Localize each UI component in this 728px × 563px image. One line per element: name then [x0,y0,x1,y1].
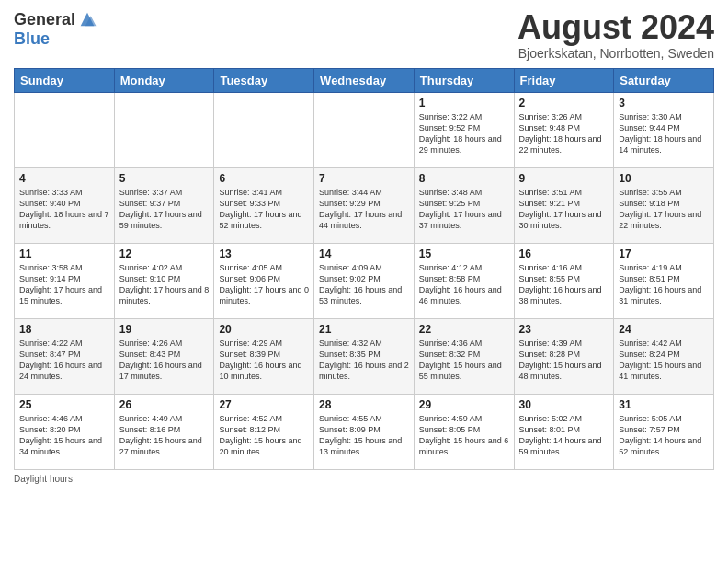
day-info: Sunrise: 4:29 AM Sunset: 8:39 PM Dayligh… [219,338,309,383]
table-row: 3Sunrise: 3:30 AM Sunset: 9:44 PM Daylig… [614,92,714,167]
table-row: 17Sunrise: 4:19 AM Sunset: 8:51 PM Dayli… [614,243,714,318]
table-row: 21Sunrise: 4:32 AM Sunset: 8:35 PM Dayli… [314,318,415,394]
day-info: Sunrise: 3:26 AM Sunset: 9:48 PM Dayligh… [519,111,609,156]
day-number: 24 [619,323,709,336]
day-info: Sunrise: 3:48 AM Sunset: 9:25 PM Dayligh… [419,187,509,232]
day-number: 15 [419,247,509,260]
day-number: 23 [519,323,609,336]
table-row: 16Sunrise: 4:16 AM Sunset: 8:55 PM Dayli… [514,243,614,318]
table-row: 28Sunrise: 4:55 AM Sunset: 8:09 PM Dayli… [314,394,415,469]
title-area: August 2024 Bjoerkskatan, Norrbotten, Sw… [518,9,714,61]
day-number: 3 [619,97,709,109]
table-row [114,92,214,167]
day-info: Sunrise: 4:39 AM Sunset: 8:28 PM Dayligh… [519,338,609,383]
table-row: 27Sunrise: 4:52 AM Sunset: 8:12 PM Dayli… [214,394,314,469]
day-info: Sunrise: 3:33 AM Sunset: 9:40 PM Dayligh… [19,187,109,232]
day-info: Sunrise: 3:51 AM Sunset: 9:21 PM Dayligh… [519,187,609,232]
day-info: Sunrise: 3:22 AM Sunset: 9:52 PM Dayligh… [419,111,509,156]
table-row: 14Sunrise: 4:09 AM Sunset: 9:02 PM Dayli… [314,243,415,318]
day-info: Sunrise: 4:26 AM Sunset: 8:43 PM Dayligh… [119,338,210,383]
day-info: Sunrise: 4:36 AM Sunset: 8:32 PM Dayligh… [419,338,509,383]
col-saturday: Saturday [614,68,714,92]
day-info: Sunrise: 4:46 AM Sunset: 8:20 PM Dayligh… [19,413,109,458]
day-info: Sunrise: 4:22 AM Sunset: 8:47 PM Dayligh… [19,338,109,383]
day-info: Sunrise: 4:16 AM Sunset: 8:55 PM Dayligh… [519,262,609,307]
day-number: 13 [219,247,309,260]
table-row: 23Sunrise: 4:39 AM Sunset: 8:28 PM Dayli… [514,318,614,394]
table-row: 6Sunrise: 3:41 AM Sunset: 9:33 PM Daylig… [214,167,314,243]
day-info: Sunrise: 5:05 AM Sunset: 7:57 PM Dayligh… [619,413,709,458]
day-number: 26 [119,398,210,411]
table-row: 18Sunrise: 4:22 AM Sunset: 8:47 PM Dayli… [15,318,115,394]
table-row: 10Sunrise: 3:55 AM Sunset: 9:18 PM Dayli… [614,167,714,243]
day-number: 27 [219,398,309,411]
day-number: 10 [619,172,709,185]
day-number: 25 [19,398,109,411]
calendar-week-3: 18Sunrise: 4:22 AM Sunset: 8:47 PM Dayli… [15,318,714,394]
calendar-header-row: Sunday Monday Tuesday Wednesday Thursday… [15,68,714,92]
table-row: 31Sunrise: 5:05 AM Sunset: 7:57 PM Dayli… [614,394,714,469]
table-row: 29Sunrise: 4:59 AM Sunset: 8:05 PM Dayli… [414,394,514,469]
col-sunday: Sunday [15,68,115,92]
table-row: 25Sunrise: 4:46 AM Sunset: 8:20 PM Dayli… [15,394,115,469]
day-info: Sunrise: 4:55 AM Sunset: 8:09 PM Dayligh… [319,413,409,458]
day-number: 17 [619,247,709,260]
logo: General Blue [14,9,97,49]
calendar-week-0: 1Sunrise: 3:22 AM Sunset: 9:52 PM Daylig… [15,92,714,167]
daylight-label: Daylight hours [14,474,73,484]
day-info: Sunrise: 3:55 AM Sunset: 9:18 PM Dayligh… [619,187,709,232]
table-row: 12Sunrise: 4:02 AM Sunset: 9:10 PM Dayli… [114,243,214,318]
table-row: 26Sunrise: 4:49 AM Sunset: 8:16 PM Dayli… [114,394,214,469]
logo-icon [77,9,97,29]
table-row: 5Sunrise: 3:37 AM Sunset: 9:37 PM Daylig… [114,167,214,243]
day-number: 18 [19,323,109,336]
table-row: 8Sunrise: 3:48 AM Sunset: 9:25 PM Daylig… [414,167,514,243]
day-info: Sunrise: 4:02 AM Sunset: 9:10 PM Dayligh… [119,262,210,307]
calendar-week-2: 11Sunrise: 3:58 AM Sunset: 9:14 PM Dayli… [15,243,714,318]
calendar-week-4: 25Sunrise: 4:46 AM Sunset: 8:20 PM Dayli… [15,394,714,469]
day-info: Sunrise: 3:58 AM Sunset: 9:14 PM Dayligh… [19,262,109,307]
day-number: 31 [619,398,709,411]
col-wednesday: Wednesday [314,68,415,92]
day-number: 14 [319,247,409,260]
table-row: 11Sunrise: 3:58 AM Sunset: 9:14 PM Dayli… [15,243,115,318]
day-info: Sunrise: 4:09 AM Sunset: 9:02 PM Dayligh… [319,262,409,307]
day-info: Sunrise: 5:02 AM Sunset: 8:01 PM Dayligh… [519,413,609,458]
col-tuesday: Tuesday [214,68,314,92]
day-info: Sunrise: 4:42 AM Sunset: 8:24 PM Dayligh… [619,338,709,383]
day-info: Sunrise: 3:41 AM Sunset: 9:33 PM Dayligh… [219,187,309,232]
month-title: August 2024 [518,9,714,46]
calendar-week-1: 4Sunrise: 3:33 AM Sunset: 9:40 PM Daylig… [15,167,714,243]
day-info: Sunrise: 3:30 AM Sunset: 9:44 PM Dayligh… [619,111,709,156]
day-number: 19 [119,323,210,336]
page: General Blue August 2024 Bjoerkskatan, N… [0,0,728,563]
day-number: 2 [519,97,609,109]
logo-general-text: General [14,10,75,29]
day-number: 21 [319,323,409,336]
footer: Daylight hours [14,474,714,484]
day-info: Sunrise: 4:05 AM Sunset: 9:06 PM Dayligh… [219,262,309,307]
day-number: 4 [19,172,109,185]
location: Bjoerkskatan, Norrbotten, Sweden [518,46,714,61]
day-number: 22 [419,323,509,336]
day-info: Sunrise: 4:12 AM Sunset: 8:58 PM Dayligh… [419,262,509,307]
day-info: Sunrise: 4:52 AM Sunset: 8:12 PM Dayligh… [219,413,309,458]
day-number: 6 [219,172,309,185]
table-row: 9Sunrise: 3:51 AM Sunset: 9:21 PM Daylig… [514,167,614,243]
logo-blue-text: Blue [14,29,50,49]
day-number: 8 [419,172,509,185]
table-row: 22Sunrise: 4:36 AM Sunset: 8:32 PM Dayli… [414,318,514,394]
day-info: Sunrise: 4:32 AM Sunset: 8:35 PM Dayligh… [319,338,409,383]
day-info: Sunrise: 4:59 AM Sunset: 8:05 PM Dayligh… [419,413,509,458]
day-info: Sunrise: 3:37 AM Sunset: 9:37 PM Dayligh… [119,187,210,232]
calendar: Sunday Monday Tuesday Wednesday Thursday… [14,68,714,470]
table-row: 15Sunrise: 4:12 AM Sunset: 8:58 PM Dayli… [414,243,514,318]
day-number: 28 [319,398,409,411]
table-row [214,92,314,167]
day-number: 12 [119,247,210,260]
day-number: 9 [519,172,609,185]
col-monday: Monday [114,68,214,92]
day-number: 11 [19,247,109,260]
day-number: 5 [119,172,210,185]
day-number: 30 [519,398,609,411]
